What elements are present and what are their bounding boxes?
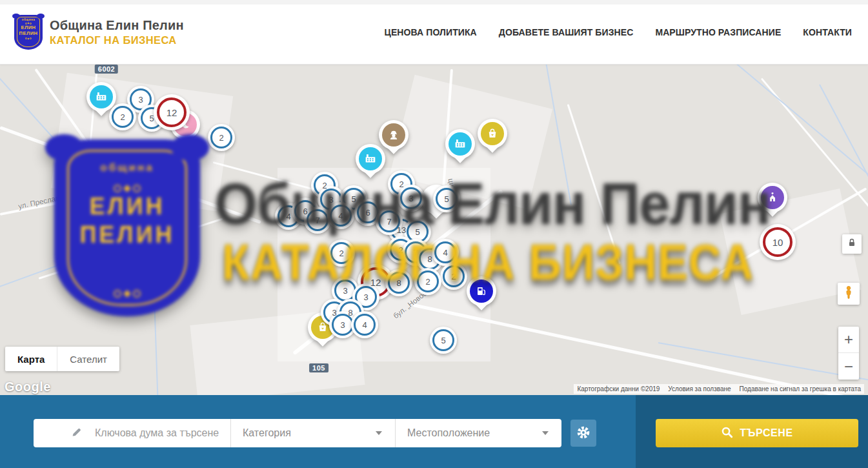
map-canvas[interactable]: 6002105ул. Преславбул. „Новоселци" 32512…: [0, 65, 868, 395]
cluster-marker[interactable]: 4: [351, 311, 378, 338]
street-view-pegman[interactable]: [838, 283, 860, 305]
gear-icon: [576, 425, 590, 442]
crest-line1: ЕЛИН: [21, 25, 35, 30]
main-nav: ЦЕНОВА ПОЛИТИКА ДОБАВЕТЕ ВАШИЯТ БИЗНЕС М…: [385, 27, 852, 37]
building-pin[interactable]: [445, 129, 475, 159]
category-select[interactable]: Категория: [230, 419, 395, 447]
cluster-marker[interactable]: 2: [109, 103, 136, 130]
keyword-input[interactable]: [95, 427, 230, 439]
cluster-marker[interactable]: 12: [154, 94, 190, 130]
search-bar: Категория Местоположение ТЪРСЕНЕ: [0, 395, 868, 468]
zoom-out-button[interactable]: −: [838, 353, 859, 380]
map-type-map-button[interactable]: Карта: [5, 347, 57, 371]
watermark-subtitle: КАТАЛОГ НА БИЗНЕСА: [222, 234, 754, 291]
worker-pin[interactable]: [379, 120, 409, 150]
site-logo[interactable]: община ЕЛИН ПЕЛИН Община Елин Пелин КАТА…: [14, 15, 184, 50]
lock-icon: [846, 237, 858, 251]
zoom-control: + −: [838, 327, 859, 380]
building-icon: [449, 132, 472, 156]
building-pin[interactable]: [86, 82, 116, 112]
attribution-terms-link[interactable]: Условия за ползване: [668, 385, 731, 392]
cluster-marker[interactable]: 2: [208, 124, 235, 151]
bag-icon: [481, 122, 504, 145]
site-subtitle: КАТАЛОГ НА БИЗНЕСА: [50, 34, 184, 46]
crest-caption: община: [22, 18, 35, 21]
location-select[interactable]: Местоположение: [395, 419, 561, 447]
search-button[interactable]: ТЪРСЕНЕ: [656, 419, 858, 447]
keyword-field: [34, 419, 230, 447]
building-icon: [359, 147, 382, 170]
nav-route-schedule[interactable]: МАРШРУТНО РАЗПИСАНИЕ: [655, 27, 781, 37]
cluster-marker[interactable]: 5: [430, 327, 457, 354]
page: община ЕЛИН ПЕЛИН Община Елин Пелин КАТА…: [0, 0, 868, 468]
attribution-report-error-link[interactable]: Подаване на сигнал за грешка в картата: [740, 385, 861, 392]
map-attribution: Картографски данни ©2019 Условия за полз…: [574, 384, 864, 394]
worker-icon: [382, 123, 405, 147]
site-title: Община Елин Пелин: [50, 18, 184, 33]
pencil-icon: [71, 427, 82, 440]
pegman-icon: [842, 285, 856, 303]
nav-pricing-policy[interactable]: ЦЕНОВА ПОЛИТИКА: [385, 27, 477, 37]
search-button-label: ТЪРСЕНЕ: [740, 427, 793, 439]
nav-add-your-business[interactable]: ДОБАВЕТЕ ВАШИЯТ БИЗНЕС: [499, 27, 634, 37]
watermark-crest-line2: ПЕЛИН: [79, 221, 174, 249]
advanced-search-button[interactable]: [570, 420, 596, 447]
lock-button[interactable]: [842, 234, 862, 254]
watermark-crest-line1: ЕЛИН: [89, 192, 165, 221]
crest-line2: ПЕЛИН: [19, 30, 38, 36]
municipality-crest-icon: община ЕЛИН ПЕЛИН: [14, 15, 43, 50]
nav-contacts[interactable]: КОНТАКТИ: [803, 27, 852, 37]
watermark-title: Община Елин Пелин: [214, 170, 771, 238]
chevron-down-icon: [376, 431, 382, 435]
category-value: Категория: [243, 427, 291, 439]
header: община ЕЛИН ПЕЛИН Община Елин Пелин КАТА…: [0, 0, 868, 65]
attribution-copyright: Картографски данни ©2019: [577, 385, 660, 392]
search-icon: [721, 426, 733, 441]
map-type-control: Карта Сателит: [5, 347, 119, 371]
bag-pin[interactable]: [478, 119, 507, 148]
chevron-down-icon: [542, 431, 549, 435]
location-value: Местоположение: [407, 427, 490, 439]
watermark-crest: община ЕЛИН ПЕЛИН: [54, 139, 200, 316]
map-type-satellite-button[interactable]: Сателит: [57, 347, 119, 371]
watermark-crest-caption: община: [100, 161, 154, 174]
building-icon: [90, 85, 113, 108]
search-controls: Категория Местоположение: [34, 419, 561, 447]
google-logo: Google: [5, 380, 51, 394]
zoom-in-button[interactable]: +: [838, 327, 859, 353]
